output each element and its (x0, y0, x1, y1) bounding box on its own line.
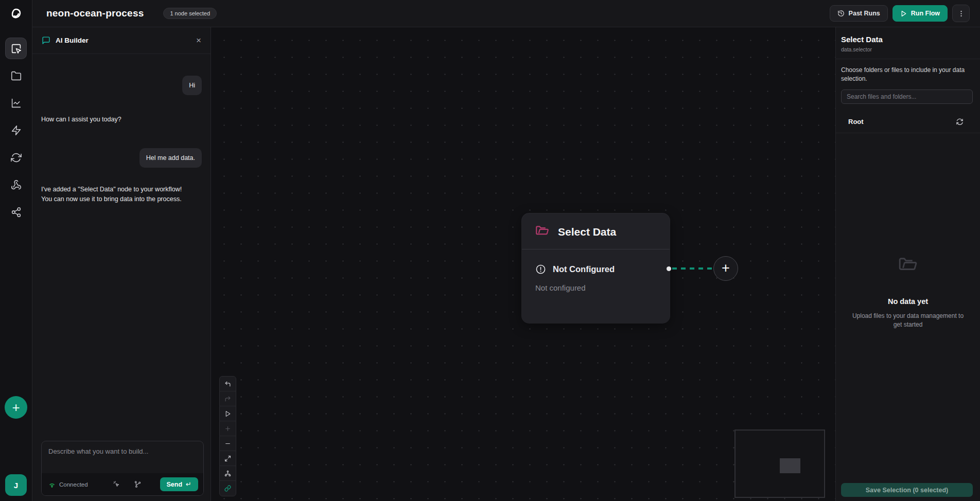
send-button[interactable]: Send ↵ (160, 477, 198, 491)
wifi-icon (48, 481, 56, 488)
zoom-in-icon (224, 425, 231, 432)
ai-builder-header: AI Builder × (32, 27, 211, 54)
folder-button[interactable] (6, 65, 26, 86)
chat-message-assistant: How can I assist you today? (41, 115, 134, 124)
fit-view-icon (224, 455, 231, 462)
link-icon (224, 485, 231, 492)
page-title: neon-ocean-process (46, 8, 144, 19)
redo-icon (224, 396, 231, 402)
app-logo-icon[interactable] (6, 4, 26, 25)
webhook-icon (11, 180, 22, 190)
kebab-icon (957, 10, 965, 17)
node-body: Not Configured Not configured (522, 249, 670, 292)
share-button[interactable] (6, 202, 26, 222)
user-avatar[interactable]: J (5, 474, 27, 496)
past-runs-button[interactable]: Past Runs (830, 5, 888, 22)
minimap-node-marker (780, 458, 800, 473)
folder-icon (11, 70, 22, 81)
link-mode-button[interactable] (220, 481, 236, 496)
webhook-button[interactable] (6, 174, 26, 195)
config-panel-title: Select Data (841, 35, 973, 44)
refresh-button[interactable] (6, 147, 26, 168)
empty-state-subtitle: Upload files to your data management to … (850, 312, 966, 330)
ai-builder-panel: AI Builder × Hi How can I assist you tod… (32, 27, 211, 501)
connection-status: Connected (59, 481, 88, 488)
empty-state: No data yet Upload files to your data ma… (836, 102, 980, 483)
zap-button[interactable] (6, 120, 26, 140)
auto-layout-button[interactable] (220, 466, 236, 481)
zoom-out-button[interactable] (220, 436, 236, 451)
chat-message-assistant: I've added a "Select Data" node to your … (41, 185, 202, 203)
search-field-wrap (841, 90, 973, 104)
zap-icon (11, 125, 22, 136)
node-header: Select Data (522, 213, 670, 249)
add-node-fab[interactable]: + (5, 396, 27, 419)
play-icon (224, 410, 231, 417)
play-button[interactable] (220, 406, 236, 421)
minimap[interactable] (734, 430, 825, 498)
selection-badge: 1 node selected (163, 8, 217, 19)
close-icon[interactable]: × (196, 36, 201, 45)
chat-composer: Connected (41, 441, 204, 496)
chat-input[interactable] (42, 441, 203, 471)
chat-message-user: Hel me add data. (139, 148, 202, 168)
play-icon (900, 10, 907, 17)
app-root: + J neon-ocean-process 1 node selected P… (0, 0, 980, 501)
chat-bubble-icon (42, 36, 50, 45)
fit-view-button[interactable] (220, 451, 236, 466)
config-panel-subtitle: data.selector (841, 46, 973, 52)
chart-button[interactable] (6, 93, 26, 113)
undo-icon (224, 381, 231, 387)
add-next-node-button[interactable]: + (713, 256, 738, 281)
run-flow-button[interactable]: Run Flow (892, 5, 948, 22)
node-title: Select Data (558, 226, 616, 238)
node-output-handle[interactable] (667, 266, 671, 271)
zoom-in-button[interactable] (220, 421, 236, 436)
share-icon (11, 207, 22, 218)
config-panel-header: Select Data data.selector (836, 27, 980, 59)
select-tool-button[interactable] (6, 38, 26, 59)
history-icon (837, 10, 845, 17)
icon-rail: + J (0, 0, 32, 501)
line-chart-icon (11, 98, 22, 109)
zoom-out-icon (224, 440, 231, 447)
search-input[interactable] (841, 90, 973, 104)
redo-button[interactable] (220, 391, 236, 406)
select-tool-icon (11, 43, 22, 54)
empty-folder-icon (898, 256, 918, 276)
workflow-canvas[interactable]: Select Data Not Configured Not configure… (211, 27, 835, 501)
plus-icon: + (722, 261, 730, 275)
undo-button[interactable] (220, 377, 236, 391)
chat-message-user: Hi (182, 76, 202, 95)
node-status: Not Configured (553, 264, 615, 274)
save-selection-button[interactable]: Save Selection (0 selected) (841, 483, 973, 497)
alert-circle-icon (535, 264, 546, 275)
connector-edge (672, 267, 714, 270)
ai-builder-title: AI Builder (56, 37, 89, 44)
empty-state-title: No data yet (888, 297, 928, 306)
enter-key-icon: ↵ (186, 480, 191, 488)
rail-nav (6, 38, 26, 222)
node-config-panel: Select Data data.selector Choose folders… (835, 27, 980, 501)
magic-cursor-icon[interactable] (113, 480, 120, 488)
refresh-icon (11, 152, 22, 163)
more-options-button[interactable] (952, 5, 970, 22)
select-data-node[interactable]: Select Data Not Configured Not configure… (522, 213, 670, 323)
config-description: Choose folders or files to include in yo… (836, 59, 980, 84)
composer-footer: Connected (42, 473, 203, 495)
folder-open-icon (535, 225, 549, 239)
node-status-detail: Not configured (535, 283, 657, 292)
topbar: neon-ocean-process 1 node selected Past … (32, 0, 980, 27)
canvas-toolbar (219, 376, 236, 496)
chat-message-list: Hi How can I assist you today? Hel me ad… (32, 54, 211, 435)
auto-layout-icon (224, 470, 231, 477)
git-branch-icon[interactable] (134, 480, 142, 488)
